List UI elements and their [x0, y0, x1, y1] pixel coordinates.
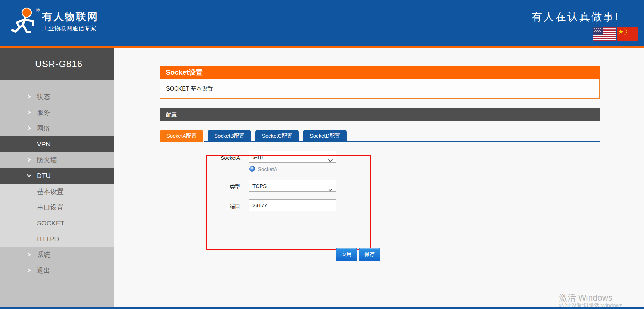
chevron-down-icon — [328, 184, 333, 188]
chevron-right-icon — [27, 110, 32, 115]
type-select[interactable]: TCPS — [249, 180, 336, 192]
header-slogan: 有人在认真做事! — [532, 10, 619, 24]
chevron-right-icon — [27, 94, 32, 99]
sidebar-item-label: 服务 — [37, 105, 50, 120]
chevron-down-icon — [328, 155, 333, 159]
chevron-right-icon — [27, 268, 32, 273]
sidebar-item-basic-settings[interactable]: 基本设置 — [0, 184, 114, 199]
sidebar-item-vpn[interactable]: VPN — [0, 136, 114, 152]
chevron-right-icon — [27, 126, 32, 131]
sidebar-item-label: 基本设置 — [37, 184, 64, 199]
socketa-enable-select[interactable]: 启用 — [249, 151, 336, 163]
sidebar-item-logout[interactable]: 退出 — [0, 263, 114, 278]
language-flags — [593, 27, 638, 41]
type-label: 类型 — [207, 183, 240, 191]
top-header: ® 有人物联网 工业物联网通信专家 有人在认真做事! — [0, 0, 644, 46]
windows-activation-watermark: 激活 Windows — [559, 292, 612, 303]
svg-text:®: ® — [36, 7, 40, 13]
help-icon[interactable]: ? — [249, 166, 255, 172]
apply-button[interactable]: 应用 — [336, 248, 357, 261]
sidebar-item-label: 状态 — [37, 89, 50, 105]
socket-form: SocketA 启用 ? SocketA 类型 TCPS 端口 — [160, 142, 600, 264]
port-field-wrap — [249, 199, 336, 211]
chevron-down-icon — [27, 173, 32, 178]
select-value: TCPS — [252, 183, 267, 189]
sidebar-item-label: DTU — [37, 168, 51, 184]
sidebar-item-label: 串口设置 — [37, 199, 64, 215]
footer-strip — [0, 307, 644, 309]
sidebar-item-serial-settings[interactable]: 串口设置 — [0, 199, 114, 215]
page: ® 有人物联网 工业物联网通信专家 有人在认真做事! — [0, 0, 644, 309]
sidebar-item-dtu[interactable]: DTU — [0, 168, 114, 184]
sidebar-menu: 状态 服务 网络 VPN 防火墙 DTU 基本设置 — [0, 80, 114, 278]
page-title: Socket设置 — [160, 66, 600, 79]
sidebar-item-services[interactable]: 服务 — [0, 105, 114, 120]
chevron-right-icon — [27, 252, 32, 257]
tab-socket-a[interactable]: SocketA配置 — [160, 130, 203, 142]
sidebar-item-firewall[interactable]: 防火墙 — [0, 152, 114, 168]
sidebar-item-label: 防火墙 — [37, 152, 57, 168]
sidebar-item-system[interactable]: 系统 — [0, 247, 114, 263]
section-title: 配置 — [160, 108, 600, 121]
sidebar-item-label: HTTPD — [37, 231, 59, 247]
socketa-enable-label: SocketA — [207, 154, 240, 162]
brand-subtitle: 工业物联网通信专家 — [42, 25, 96, 32]
tab-socket-b[interactable]: SocketB配置 — [208, 130, 251, 142]
port-label: 端口 — [207, 202, 240, 210]
us-flag-icon[interactable] — [593, 27, 616, 41]
help-text: SocketA — [258, 166, 277, 172]
sidebar-item-httpd[interactable]: HTTPD — [0, 231, 114, 247]
page-subtitle: SOCKET 基本设置 — [160, 79, 600, 99]
tab-socket-d[interactable]: SocketD配置 — [303, 130, 347, 142]
main-area: Socket设置 SOCKET 基本设置 配置 SocketA配置 Socket… — [114, 48, 644, 309]
header-accent-strip — [0, 46, 644, 48]
sidebar-item-status[interactable]: 状态 — [0, 89, 114, 105]
port-input[interactable] — [249, 200, 336, 211]
select-value: 启用 — [252, 154, 263, 160]
usr-logo-icon: ® — [8, 6, 42, 37]
sidebar: USR-G816 状态 服务 网络 VPN 防火墙 — [0, 48, 114, 309]
sidebar-item-network[interactable]: 网络 — [0, 120, 114, 136]
sidebar-item-socket[interactable]: SOCKET — [0, 215, 114, 231]
device-model-title: USR-G816 — [0, 48, 114, 80]
tab-socket-c[interactable]: SocketC配置 — [255, 130, 299, 142]
socket-tabs: SocketA配置 SocketB配置 SocketC配置 SocketD配置 — [160, 130, 600, 142]
sidebar-item-label: VPN — [37, 136, 51, 152]
sidebar-item-label: 系统 — [37, 247, 50, 263]
sidebar-item-label: 网络 — [37, 120, 50, 136]
socketa-help: ? SocketA — [249, 166, 277, 172]
save-button[interactable]: 保存 — [359, 248, 380, 261]
cn-flag-icon[interactable] — [617, 27, 638, 41]
chevron-right-icon — [27, 157, 32, 162]
sidebar-item-label: SOCKET — [37, 215, 64, 231]
sidebar-item-label: 退出 — [37, 263, 50, 278]
brand-title: 有人物联网 — [42, 10, 98, 24]
